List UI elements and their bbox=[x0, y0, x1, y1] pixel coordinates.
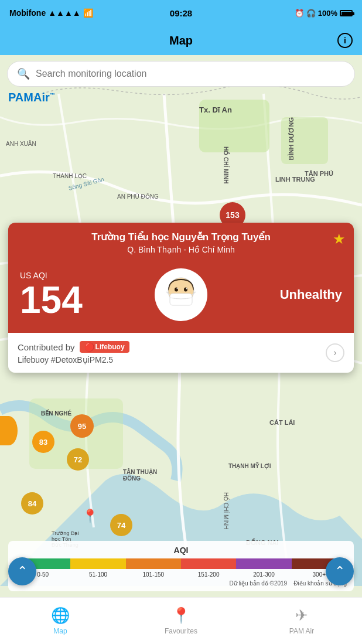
battery-icon bbox=[340, 10, 353, 16]
contributed-tag: Lifebuoy #DetoxBụiPM2.5 bbox=[18, 355, 326, 364]
aqi-legend-title: AQI bbox=[15, 546, 347, 555]
svg-point-8 bbox=[186, 288, 187, 289]
nav-icon-pamair: ✈ bbox=[295, 606, 308, 625]
info-card-title: Trường Tiểu học Nguyễn Trọng Tuyển bbox=[18, 231, 344, 244]
info-icon: i bbox=[344, 36, 346, 45]
battery-percent: 100% bbox=[318, 9, 337, 18]
wifi-icon: 📶 bbox=[83, 8, 93, 18]
map-label-binh-duong: BÌNH DƯƠNG bbox=[287, 117, 295, 160]
map-data-credit: Dữ liệu bản đồ ©2019 bbox=[230, 580, 288, 587]
svg-point-7 bbox=[177, 288, 178, 289]
aqi-value: 154 bbox=[20, 281, 143, 319]
location-pin: 📍 bbox=[82, 509, 98, 524]
carrier-name: Mobifone bbox=[9, 8, 46, 18]
svg-point-6 bbox=[184, 288, 187, 292]
search-input[interactable] bbox=[36, 69, 345, 79]
aqi-legend: AQI 0-50 51-100 101-150 151-200 201-300 … bbox=[8, 541, 354, 591]
marker-95[interactable]: 95 bbox=[70, 414, 94, 438]
mask-icon-wrap bbox=[155, 268, 207, 321]
scroll-up-left-button[interactable]: ⌃ bbox=[8, 557, 36, 585]
edge-marker bbox=[0, 416, 18, 445]
status-right: ⏰ 🎧 100% bbox=[295, 9, 353, 18]
status-text: Unhealthy bbox=[219, 287, 342, 302]
contributed-next-button[interactable]: › bbox=[326, 343, 344, 362]
aqi-scale bbox=[15, 558, 347, 569]
aqi-label-51-100: 51-100 bbox=[70, 571, 125, 578]
marker-72[interactable]: 72 bbox=[67, 448, 89, 471]
nav-label-pamair: PAM Air bbox=[289, 627, 314, 635]
map-label-tan-phu: TÂN PHÚ bbox=[305, 170, 333, 177]
info-button[interactable]: i bbox=[337, 33, 353, 48]
aqi-labels: 0-50 51-100 101-150 151-200 201-300 300+ bbox=[15, 571, 347, 578]
marker-83[interactable]: 83 bbox=[32, 431, 54, 453]
contributed-section: Contributed by 🔴 Lifebuoy Lifebuoy #Deto… bbox=[8, 333, 354, 373]
aqi-label-201-300: 201-300 bbox=[236, 571, 291, 578]
app-header: Map i bbox=[0, 26, 362, 55]
bottom-nav: 🌐 Map 📍 Favourites ✈ PAM Air bbox=[0, 597, 362, 644]
chevron-up-icon-right: ⌃ bbox=[334, 564, 345, 579]
map-label-tan-thuan: TÂN THUẬNĐÔNG bbox=[123, 469, 157, 482]
marker-84[interactable]: 84 bbox=[21, 492, 43, 514]
svg-point-5 bbox=[175, 288, 178, 292]
alarm-icon: ⏰ bbox=[295, 9, 304, 18]
scroll-up-right-button[interactable]: ⌃ bbox=[326, 557, 354, 585]
contributed-left: Contributed by 🔴 Lifebuoy Lifebuoy #Deto… bbox=[18, 341, 326, 364]
info-card: Trường Tiểu học Nguyễn Trọng Tuyển Q. Bì… bbox=[8, 223, 354, 373]
aqi-segment-2 bbox=[126, 558, 181, 569]
svg-rect-9 bbox=[170, 294, 192, 305]
status-bar: Mobifone ▲▲▲▲ 📶 09:28 ⏰ 🎧 100% bbox=[0, 0, 362, 26]
aqi-label-151-200: 151-200 bbox=[181, 571, 236, 578]
map-label-hcm-1: HỒ CHÍ MINH bbox=[223, 146, 229, 184]
map-label-thanh-my: THẠNH MỸ LỢI bbox=[228, 463, 271, 469]
aqi-segment-3 bbox=[181, 558, 236, 569]
mask-face-svg bbox=[160, 274, 202, 315]
aqi-segment-1 bbox=[70, 558, 125, 569]
aqi-section: US AQI 154 bbox=[20, 271, 143, 319]
aqi-segment-4 bbox=[236, 558, 291, 569]
header-title: Map bbox=[169, 34, 193, 47]
status-left: Mobifone ▲▲▲▲ 📶 bbox=[9, 8, 93, 18]
map-credit: Dữ liệu bản đồ ©2019 Điều khoản sử dụng bbox=[15, 580, 347, 587]
info-card-header: Trường Tiểu học Nguyễn Trọng Tuyển Q. Bì… bbox=[8, 223, 354, 263]
map-label-hcm-2: HỒ CHÍ MINH bbox=[223, 492, 229, 530]
nav-icon-favourites: 📍 bbox=[172, 606, 190, 625]
favourite-button[interactable]: ★ bbox=[333, 231, 346, 247]
nav-label-map: Map bbox=[53, 627, 67, 635]
nav-item-favourites[interactable]: 📍 Favourites bbox=[121, 598, 241, 644]
lifebuoy-logo: 🔴 Lifebuoy bbox=[80, 341, 129, 353]
nav-label-favourites: Favourites bbox=[165, 627, 197, 635]
nav-item-pamair[interactable]: ✈ PAM Air bbox=[241, 598, 362, 644]
map-label-an-phu: AN PHÚ ĐỒNG bbox=[117, 193, 159, 200]
map-label-dian: Tx. Dĩ An bbox=[199, 105, 232, 114]
lifebuoy-icon: 🔴 bbox=[84, 342, 94, 352]
contributed-by-row: Contributed by 🔴 Lifebuoy bbox=[18, 341, 326, 353]
nav-item-map[interactable]: 🌐 Map bbox=[0, 598, 121, 644]
nav-icon-map: 🌐 bbox=[51, 606, 70, 625]
aqi-label-101-150: 101-150 bbox=[126, 571, 181, 578]
chevron-up-icon-left: ⌃ bbox=[17, 564, 28, 579]
lifebuoy-text: Lifebuoy bbox=[95, 343, 125, 351]
map-label-anh-xuan: ANH XUÂN bbox=[6, 141, 36, 147]
pamair-text: PAMAir bbox=[8, 91, 50, 104]
headphone-icon: 🎧 bbox=[306, 9, 316, 18]
map-label-ben-nghe: BẾN NGHÉ bbox=[41, 410, 71, 417]
status-time: 09:28 bbox=[170, 8, 192, 18]
info-card-subtitle: Q. Bình Thạnh - Hồ Chí Minh bbox=[18, 245, 344, 254]
info-card-body: US AQI 154 bbox=[8, 263, 354, 333]
contributed-label: Contributed by bbox=[18, 342, 75, 352]
trademark: ™ bbox=[50, 92, 55, 98]
marker-74[interactable]: 74 bbox=[110, 514, 132, 536]
search-icon: 🔍 bbox=[17, 67, 30, 80]
map-label-thanh-loc: THANH LỘC bbox=[53, 173, 87, 179]
map-label-cat-lai: CÁT LÁI bbox=[269, 419, 295, 426]
status-text-wrap: Unhealthy bbox=[219, 287, 342, 302]
pamair-logo: PAMAir™ bbox=[8, 91, 55, 104]
search-bar[interactable]: 🔍 bbox=[7, 61, 355, 87]
signal-icon: ▲▲▲▲ bbox=[48, 8, 80, 18]
